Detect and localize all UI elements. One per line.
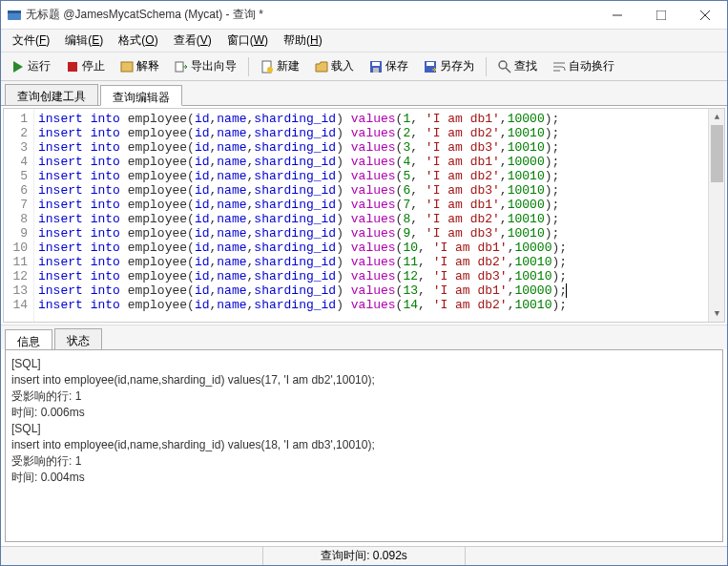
scroll-thumb[interactable]: [711, 125, 723, 182]
explain-button[interactable]: 解释: [114, 54, 166, 78]
menu-window[interactable]: 窗口(W): [219, 31, 276, 51]
svg-point-11: [267, 67, 273, 73]
save-as-icon: [424, 60, 437, 73]
tab-query-editor[interactable]: 查询编辑器: [100, 85, 182, 106]
svg-rect-16: [426, 62, 434, 66]
svg-rect-3: [656, 10, 666, 20]
wrap-button[interactable]: 自动换行: [546, 54, 621, 78]
main-tabs: 查询创建工具 查询编辑器: [1, 81, 727, 106]
load-icon: [315, 60, 328, 73]
save-as-button[interactable]: 另存为: [417, 54, 481, 78]
stop-button[interactable]: 停止: [59, 54, 112, 78]
tab-query-builder[interactable]: 查询创建工具: [5, 84, 98, 105]
output-tabs: 信息 状态: [1, 325, 727, 349]
search-icon: [498, 60, 511, 73]
sql-editor[interactable]: 1234567891011121314 insert into employee…: [3, 108, 725, 323]
menu-view[interactable]: 查看(V): [166, 31, 219, 51]
line-gutter: 1234567891011121314: [4, 109, 34, 322]
output-line: insert into employee(id,name,sharding_id…: [11, 372, 717, 388]
output-line: [SQL]: [11, 421, 717, 437]
load-button[interactable]: 载入: [308, 54, 361, 78]
svg-point-17: [499, 61, 507, 69]
output-panel[interactable]: [SQL] insert into employee(id,name,shard…: [5, 349, 723, 542]
svg-rect-13: [372, 62, 380, 66]
svg-marker-6: [13, 61, 23, 73]
output-line: 时间: 0.004ms: [11, 470, 717, 486]
output-line: [SQL]: [11, 356, 717, 372]
stop-icon: [66, 60, 79, 73]
maximize-button[interactable]: [639, 1, 683, 30]
close-button[interactable]: [683, 1, 727, 30]
statusbar: 查询时间: 0.092s: [1, 546, 727, 565]
new-icon: [260, 60, 274, 73]
minimize-button[interactable]: [595, 1, 639, 30]
output-line: 时间: 0.006ms: [11, 405, 717, 421]
svg-rect-9: [176, 62, 183, 72]
svg-rect-7: [68, 62, 77, 72]
app-window: 无标题 @JamesMycatSchema (Mycat) - 查询 * 文件(…: [0, 0, 728, 566]
save-button[interactable]: 保存: [363, 54, 415, 78]
svg-rect-8: [121, 62, 133, 72]
toolbar-separator: [248, 57, 249, 76]
app-icon: [7, 8, 22, 23]
new-button[interactable]: 新建: [254, 54, 306, 78]
toolbar-separator: [486, 57, 487, 76]
save-icon: [369, 60, 383, 73]
scroll-up-icon[interactable]: ▲: [709, 109, 725, 125]
play-icon: [11, 60, 25, 73]
output-line: 受影响的行: 1: [11, 388, 717, 405]
output-line: insert into employee(id,name,sharding_id…: [11, 437, 717, 453]
code-area[interactable]: insert into employee(id,name,sharding_id…: [34, 109, 724, 322]
titlebar: 无标题 @JamesMycatSchema (Mycat) - 查询 *: [1, 1, 727, 30]
svg-rect-1: [8, 10, 21, 13]
run-button[interactable]: 运行: [5, 54, 57, 78]
menu-edit[interactable]: 编辑(E): [57, 31, 111, 51]
scroll-down-icon[interactable]: ▼: [709, 305, 725, 322]
svg-line-18: [506, 68, 510, 73]
export-icon: [175, 60, 188, 73]
menu-file[interactable]: 文件(F): [5, 31, 57, 51]
svg-rect-14: [373, 68, 379, 73]
tab-info[interactable]: 信息: [5, 329, 52, 350]
output-line: 受影响的行: 1: [11, 453, 717, 470]
toolbar: 运行 停止 解释 导出向导 新建 载入 保存 另存为 查找 自动换行: [1, 52, 727, 81]
wrap-icon: [552, 60, 566, 73]
tab-state[interactable]: 状态: [54, 328, 102, 349]
menubar: 文件(F) 编辑(E) 格式(O) 查看(V) 窗口(W) 帮助(H): [1, 30, 727, 52]
window-title: 无标题 @JamesMycatSchema (Mycat) - 查询 *: [26, 7, 595, 23]
find-button[interactable]: 查找: [491, 54, 544, 78]
explain-icon: [120, 60, 134, 73]
menu-format[interactable]: 格式(O): [111, 31, 165, 51]
export-wizard-button[interactable]: 导出向导: [168, 54, 243, 78]
vertical-scrollbar[interactable]: ▲ ▼: [708, 109, 724, 322]
menu-help[interactable]: 帮助(H): [276, 31, 330, 51]
status-query-time: 查询时间: 0.092s: [262, 547, 466, 565]
